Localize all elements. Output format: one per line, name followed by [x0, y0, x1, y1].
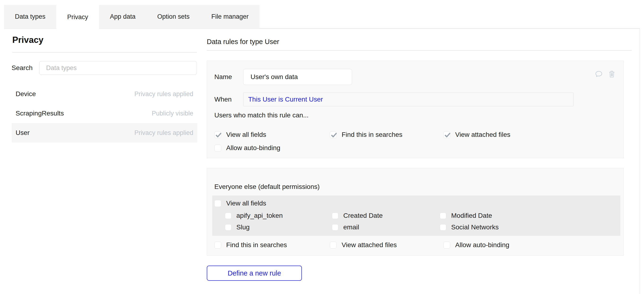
perm-label: View attached files [342, 241, 397, 249]
perm-view-attached-files[interactable]: View attached files [443, 131, 510, 138]
data-type-row-device[interactable]: Device Privacy rules applied [12, 84, 197, 104]
perm-label: View all fields [226, 131, 266, 138]
check-icon [330, 131, 338, 139]
data-rules-header: Data rules for type User [207, 38, 279, 46]
check-icon [443, 131, 452, 139]
field-label: Social Networks [451, 223, 499, 231]
checkbox-icon[interactable] [330, 242, 337, 248]
perm-label: View all fields [226, 200, 266, 207]
content-right-border [640, 28, 640, 294]
field-label: email [343, 223, 359, 231]
define-new-rule-button[interactable]: Define a new rule [207, 265, 302, 281]
rule-subtitle: Users who match this rule can... [214, 112, 308, 119]
tab-app-data[interactable]: App data [99, 5, 146, 29]
tab-option-sets[interactable]: Option sets [146, 5, 201, 29]
data-type-status: Privacy rules applied [134, 90, 193, 98]
field-label: apify_api_token [236, 212, 283, 219]
checkbox-icon[interactable] [332, 213, 338, 219]
search-label: Search [12, 64, 33, 72]
data-type-name: ScrapingResults [16, 110, 64, 117]
tab-data-types[interactable]: Data types [4, 5, 56, 29]
tab-label: Data types [15, 13, 46, 20]
checkbox-icon[interactable] [443, 131, 450, 138]
data-type-name: Device [16, 90, 36, 98]
name-label: Name [214, 73, 232, 81]
when-label: When [214, 96, 232, 103]
perm-label: Find this in searches [342, 131, 402, 138]
tab-privacy[interactable]: Privacy [56, 5, 99, 29]
data-type-name: User [16, 129, 30, 137]
check-icon [214, 131, 223, 139]
perm-label: Allow auto-binding [226, 144, 280, 152]
left-divider [12, 52, 197, 53]
default-view-all-fields[interactable]: View all fields [214, 200, 266, 207]
tab-label: Privacy [67, 14, 88, 21]
default-allow-auto-binding[interactable]: Allow auto-binding [443, 241, 510, 249]
rule-card: Name When This User is Current User User… [207, 61, 624, 158]
trash-icon[interactable] [608, 70, 616, 78]
data-type-status: Publicly visible [152, 110, 193, 117]
rule-card-actions [594, 70, 616, 78]
perm-label: View attached files [455, 131, 510, 138]
checkbox-icon[interactable] [214, 131, 221, 138]
checkbox-icon[interactable] [214, 242, 221, 248]
tab-label: Option sets [157, 13, 190, 20]
main-divider [207, 50, 632, 51]
data-type-list: Device Privacy rules applied ScrapingRes… [12, 84, 197, 143]
rule-name-input[interactable] [243, 69, 352, 85]
field-label: Created Date [343, 212, 383, 219]
tab-bar: Data types Privacy App data Option sets … [4, 5, 260, 29]
perm-find-in-searches[interactable]: Find this in searches [330, 131, 402, 138]
data-type-status: Privacy rules applied [134, 129, 193, 137]
tab-label: App data [110, 13, 136, 20]
field-social-networks[interactable]: Social Networks [440, 223, 499, 231]
checkbox-icon[interactable] [225, 224, 232, 230]
when-condition-box[interactable]: This User is Current User [243, 93, 574, 106]
field-email[interactable]: email [332, 223, 359, 231]
field-created-date[interactable]: Created Date [332, 212, 383, 219]
perm-label: Allow auto-binding [455, 241, 510, 249]
default-find-in-searches[interactable]: Find this in searches [214, 241, 287, 249]
checkbox-icon[interactable] [443, 242, 450, 248]
field-slug[interactable]: Slug [225, 223, 250, 231]
rule-when-row: When This User is Current User [214, 93, 232, 106]
data-type-row-scrapingresults[interactable]: ScrapingResults Publicly visible [12, 104, 197, 123]
field-modified-date[interactable]: Modified Date [440, 212, 492, 219]
checkbox-icon[interactable] [225, 213, 232, 219]
field-apify-api-token[interactable]: apify_api_token [225, 212, 283, 219]
field-label: Modified Date [451, 212, 492, 219]
default-permissions-card: Everyone else (default permissions) View… [207, 168, 624, 256]
default-card-title: Everyone else (default permissions) [214, 183, 320, 191]
define-new-rule-label: Define a new rule [228, 269, 281, 277]
checkbox-icon[interactable] [214, 145, 221, 151]
checkbox-icon[interactable] [330, 131, 337, 138]
default-view-attached-files[interactable]: View attached files [330, 241, 397, 249]
perm-allow-auto-binding[interactable]: Allow auto-binding [214, 144, 280, 152]
checkbox-icon[interactable] [214, 200, 221, 207]
rule-name-row: Name [214, 69, 232, 85]
comment-icon[interactable] [594, 70, 603, 78]
perm-label: Find this in searches [226, 241, 287, 249]
tab-file-manager[interactable]: File manager [200, 5, 260, 29]
checkbox-icon[interactable] [440, 213, 446, 219]
privacy-page-title: Privacy [12, 35, 44, 45]
search-row: Search [12, 61, 197, 75]
tab-label: File manager [211, 13, 249, 20]
when-condition-text: This User is Current User [248, 96, 323, 103]
field-label: Slug [236, 223, 250, 231]
search-input[interactable] [39, 61, 197, 75]
data-type-row-user[interactable]: User Privacy rules applied [12, 123, 197, 143]
checkbox-icon[interactable] [332, 224, 338, 230]
checkbox-icon[interactable] [440, 224, 446, 230]
perm-view-all-fields[interactable]: View all fields [214, 131, 266, 138]
